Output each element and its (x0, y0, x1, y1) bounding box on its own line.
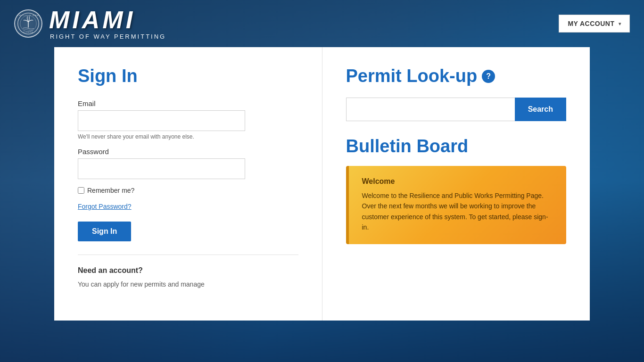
svg-text:THE CITY OF MIAMI: THE CITY OF MIAMI (17, 15, 40, 16)
chevron-down-icon: ▾ (619, 21, 621, 26)
svg-text:FLORIDA: FLORIDA (24, 32, 33, 33)
forgot-password-link[interactable]: Forgot Password? (78, 203, 298, 210)
remember-me-group: Remember me? (78, 187, 298, 194)
permit-lookup-title: Permit Look-up ? (346, 66, 567, 86)
email-label: Email (78, 99, 298, 107)
need-account-title: Need an account? (78, 266, 298, 275)
remember-me-checkbox[interactable] (78, 187, 84, 194)
help-icon[interactable]: ? (482, 70, 495, 83)
sign-in-panel: Sign In Email We'll never share your ema… (54, 47, 322, 321)
my-account-label: MY ACCOUNT (568, 20, 614, 27)
need-account-text: You can apply for new permits and manage (78, 280, 298, 289)
remember-me-label: Remember me? (87, 187, 134, 194)
right-panel: Permit Look-up ? Search Bulletin Board W… (322, 47, 590, 321)
email-group: Email We'll never share your email with … (78, 99, 298, 140)
password-label: Password (78, 148, 298, 156)
sign-in-button[interactable]: Sign In (78, 222, 131, 241)
row-subtitle: RIGHT OF WAY PERMITTING (49, 33, 166, 40)
bulletin-welcome-title: Welcome (362, 177, 553, 186)
permit-search-input[interactable] (346, 98, 515, 121)
password-group: Password (78, 148, 298, 179)
my-account-button[interactable]: MY ACCOUNT ▾ (559, 15, 630, 33)
city-seal-icon: THE CITY OF MIAMI FLORIDA (14, 9, 42, 38)
permit-lookup-section: Permit Look-up ? Search (346, 66, 567, 121)
miami-title: MIAMI (49, 8, 135, 32)
header: THE CITY OF MIAMI FLORIDA MIAMI RIGHT OF… (0, 0, 644, 47)
password-input[interactable] (78, 158, 245, 179)
logo-area: THE CITY OF MIAMI FLORIDA MIAMI RIGHT OF… (14, 8, 166, 40)
bulletin-board-section: Bulletin Board Welcome Welcome to the Re… (346, 136, 567, 244)
email-input[interactable] (78, 110, 245, 131)
search-row: Search (346, 98, 567, 121)
bulletin-card: Welcome Welcome to the Resilience and Pu… (346, 166, 567, 244)
search-button[interactable]: Search (515, 98, 566, 121)
bulletin-board-title: Bulletin Board (346, 136, 567, 156)
miami-logo: MIAMI RIGHT OF WAY PERMITTING (49, 8, 166, 40)
main-card: Sign In Email We'll never share your ema… (54, 47, 590, 321)
sign-in-title: Sign In (78, 66, 298, 86)
email-hint: We'll never share your email with anyone… (78, 133, 298, 140)
divider (78, 255, 298, 255)
bulletin-welcome-text: Welcome to the Resilience and Public Wor… (362, 190, 553, 233)
